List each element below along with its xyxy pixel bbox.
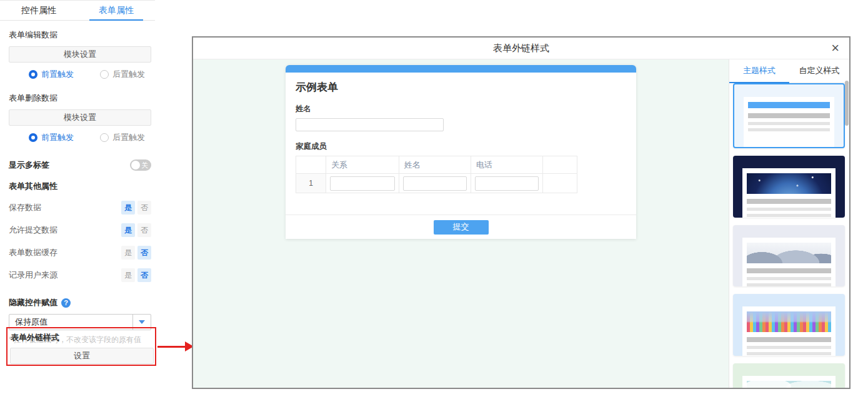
modal-header: 表单外链样式 × <box>193 38 849 59</box>
modal-title: 表单外链样式 <box>493 43 549 54</box>
planet-image <box>747 173 831 194</box>
pencils-image <box>747 311 831 332</box>
row-index: 1 <box>296 174 326 193</box>
mountains-image <box>747 243 831 263</box>
save-data-label: 保存数据 <box>9 202 41 213</box>
sample-form-card: 示例表单 姓名 家庭成员 关系 姓名 电话 <box>286 65 636 239</box>
theme-thumbnail-starry-night[interactable] <box>733 156 845 218</box>
radio-label: 后置触发 <box>112 69 145 80</box>
form-preview-area: 示例表单 姓名 家庭成员 关系 姓名 电话 <box>193 59 729 388</box>
tab-theme-style[interactable]: 主题样式 <box>729 59 789 83</box>
member-name-input[interactable] <box>403 176 467 191</box>
dropdown-value: 保持原值 <box>9 316 132 328</box>
phone-header: 电话 <box>471 156 543 174</box>
toggle-off-label: 关 <box>141 161 148 169</box>
form-cache-label: 表单数据缓存 <box>9 247 57 258</box>
radio-label: 前置触发 <box>41 132 74 143</box>
user-source-label: 记录用户来源 <box>9 270 57 281</box>
form-edit-data-label: 表单编辑数据 <box>9 29 151 41</box>
toggle-knob-icon <box>131 161 140 169</box>
sidebar-body: 表单编辑数据 模块设置 前置触发 后置触发 表单删除数据 模块设置 前置触发 <box>0 29 155 345</box>
form-cache-yes-button[interactable]: 是 <box>121 246 135 260</box>
properties-sidebar: 控件属性 表单属性 表单编辑数据 模块设置 前置触发 后置触发 表单删除数据 模… <box>0 0 155 394</box>
landscape-image <box>747 381 831 388</box>
family-members-label: 家庭成员 <box>296 141 626 152</box>
theme-thumbnail-blue-classic[interactable] <box>733 83 845 148</box>
save-data-no-button[interactable]: 否 <box>137 201 151 215</box>
index-header-cell <box>296 156 326 174</box>
form-delete-data-label: 表单删除数据 <box>9 93 151 104</box>
module-settings-button-edit[interactable]: 模块设置 <box>9 46 151 63</box>
name-field-label: 姓名 <box>296 104 626 114</box>
allow-submit-yes-button[interactable]: 是 <box>121 223 135 237</box>
form-theme-bar <box>286 65 636 73</box>
save-data-row: 保存数据 是 否 <box>9 201 151 215</box>
external-link-settings-button[interactable]: 设置 <box>10 348 154 364</box>
radio-selected-icon <box>29 133 37 142</box>
tab-form-properties[interactable]: 表单属性 <box>77 1 155 20</box>
chevron-down-icon <box>139 320 145 324</box>
radio-label: 后置触发 <box>112 132 145 143</box>
tab-control-properties[interactable]: 控件属性 <box>0 1 77 20</box>
form-cache-row: 表单数据缓存 是 否 <box>9 246 151 260</box>
sidebar-tabs: 控件属性 表单属性 <box>0 1 155 21</box>
action-cell <box>543 174 577 193</box>
name-input[interactable] <box>296 118 444 131</box>
theme-thumbnail-ink-mountains[interactable] <box>733 225 845 286</box>
edit-trigger-radios: 前置触发 后置触发 <box>9 69 151 80</box>
family-members-table: 关系 姓名 电话 1 <box>296 156 577 193</box>
form-card-footer: 提交 <box>286 215 636 239</box>
form-card-spacer <box>286 193 636 215</box>
question-icon[interactable]: ? <box>61 298 71 308</box>
modal-body: 示例表单 姓名 家庭成员 关系 姓名 电话 <box>193 59 849 388</box>
allow-submit-label: 允许提交数据 <box>9 225 57 236</box>
allow-submit-row: 允许提交数据 是 否 <box>9 223 151 237</box>
radio-label: 前置触发 <box>41 69 74 80</box>
relation-input[interactable] <box>330 176 395 191</box>
tab-custom-style[interactable]: 自定义样式 <box>789 59 849 83</box>
delete-trigger-radios: 前置触发 后置触发 <box>9 132 151 143</box>
external-link-style-modal: 表单外链样式 × 示例表单 姓名 家庭成员 <box>192 36 851 389</box>
theme-thumbnail-list <box>729 83 849 388</box>
theme-preview <box>744 97 834 147</box>
radio-pre-trigger-edit[interactable]: 前置触发 <box>29 69 74 80</box>
phone-input[interactable] <box>475 176 539 191</box>
form-cache-no-button[interactable]: 否 <box>137 246 151 260</box>
sample-form-title: 示例表单 <box>296 80 626 94</box>
multi-tab-label: 显示多标签 <box>9 159 49 171</box>
theme-preview <box>742 376 836 388</box>
form-card-body: 示例表单 姓名 家庭成员 关系 姓名 电话 <box>286 73 636 193</box>
allow-submit-no-button[interactable]: 否 <box>137 223 151 237</box>
submit-button[interactable]: 提交 <box>434 220 489 235</box>
user-source-no-button[interactable]: 否 <box>137 268 151 282</box>
radio-unselected-icon <box>100 133 109 142</box>
external-link-style-highlight: 表单外链样式 设置 <box>6 327 156 366</box>
external-link-style-title: 表单外链样式 <box>11 332 152 343</box>
other-props-title: 表单其他属性 <box>9 181 151 192</box>
theme-thumbnail-green-landscape[interactable] <box>733 363 845 388</box>
radio-unselected-icon <box>100 70 109 79</box>
radio-post-trigger-delete[interactable]: 后置触发 <box>100 132 145 143</box>
table-header-row: 关系 姓名 电话 <box>296 156 577 174</box>
user-source-yes-button[interactable]: 是 <box>121 268 135 282</box>
radio-pre-trigger-delete[interactable]: 前置触发 <box>29 132 74 143</box>
radio-selected-icon <box>29 70 37 79</box>
theme-preview <box>742 306 836 356</box>
theme-thumbnail-colored-pencils[interactable] <box>733 294 845 356</box>
panel-scrollbar[interactable] <box>845 81 849 126</box>
name-header: 姓名 <box>399 156 471 174</box>
action-header-cell <box>543 156 577 174</box>
close-icon[interactable]: × <box>831 39 839 58</box>
multi-tab-toggle[interactable]: 关 <box>130 159 151 171</box>
save-data-yes-button[interactable]: 是 <box>121 201 135 215</box>
user-source-row: 记录用户来源 是 否 <box>9 268 151 282</box>
hidden-value-title: 隐藏控件赋值 <box>9 297 57 308</box>
radio-post-trigger-edit[interactable]: 后置触发 <box>100 69 145 80</box>
relation-header: 关系 <box>326 156 399 174</box>
module-settings-button-delete[interactable]: 模块设置 <box>9 109 151 126</box>
theme-preview <box>742 168 836 218</box>
screen: 控件属性 表单属性 表单编辑数据 模块设置 前置触发 后置触发 表单删除数据 模… <box>0 0 868 394</box>
table-row: 1 <box>296 174 577 193</box>
theme-preview <box>742 238 836 286</box>
hidden-value-title-row: 隐藏控件赋值 ? <box>9 297 151 308</box>
